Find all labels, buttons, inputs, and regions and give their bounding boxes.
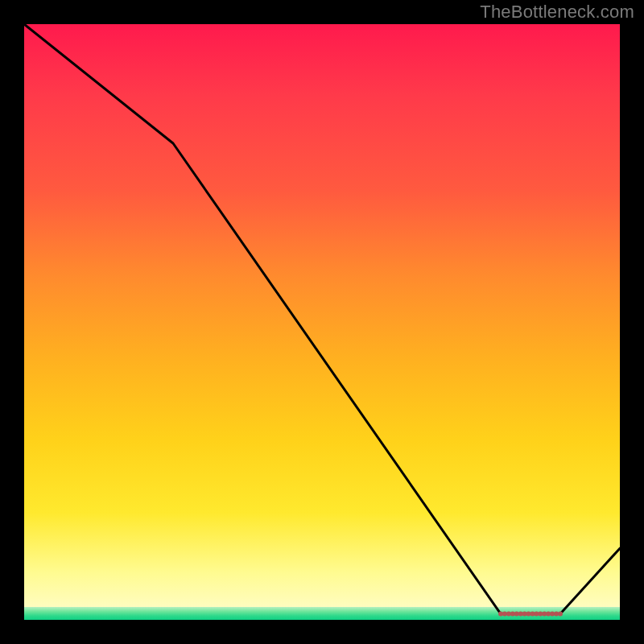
bottleneck-curve <box>24 24 620 614</box>
attribution-label: TheBottleneck.com <box>480 2 634 23</box>
trough-marker <box>558 612 563 617</box>
curve-layer <box>24 24 620 620</box>
plot-area <box>24 24 620 620</box>
trough-markers <box>498 612 563 617</box>
chart-container: TheBottleneck.com <box>0 0 644 644</box>
